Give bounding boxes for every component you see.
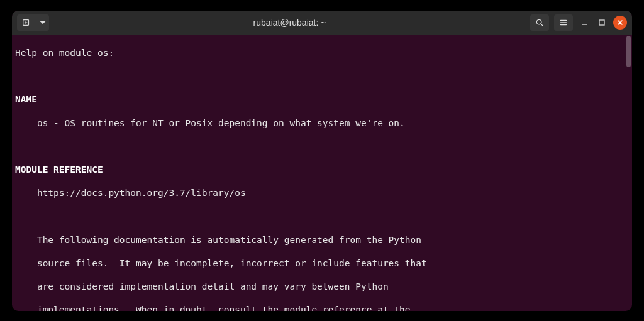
modref-text: implementations. When in doubt, consult … bbox=[37, 304, 629, 310]
terminal-body[interactable]: Help on module os: NAME os - OS routines… bbox=[12, 35, 632, 311]
module-reference-url: https://docs.python.org/3.7/library/os bbox=[37, 187, 629, 199]
close-button[interactable] bbox=[613, 16, 627, 30]
modref-text: The following documentation is automatic… bbox=[37, 234, 629, 246]
scrollbar-thumb[interactable] bbox=[626, 36, 631, 67]
window-title: rubaiat@rubaiat: ~ bbox=[49, 18, 530, 28]
svg-rect-2 bbox=[599, 20, 604, 25]
new-tab-group bbox=[17, 14, 49, 31]
modref-text: source files. It may be incomplete, inco… bbox=[37, 258, 629, 269]
maximize-button[interactable] bbox=[596, 16, 608, 29]
help-header: Help on module os: bbox=[15, 47, 629, 59]
new-tab-button[interactable] bbox=[17, 14, 36, 31]
modref-text: are considered implementation detail and… bbox=[37, 281, 629, 293]
new-tab-dropdown[interactable] bbox=[36, 14, 49, 31]
minimize-button[interactable] bbox=[578, 16, 591, 29]
search-button[interactable] bbox=[530, 14, 549, 31]
menu-button[interactable] bbox=[554, 14, 573, 31]
titlebar: rubaiat@rubaiat: ~ bbox=[12, 11, 632, 35]
section-module-reference: MODULE REFERENCE bbox=[15, 164, 629, 176]
terminal-window: rubaiat@rubaiat: ~ Help on module os: NA… bbox=[12, 11, 632, 311]
section-name: NAME bbox=[15, 94, 629, 106]
name-line: os - OS routines for NT or Posix dependi… bbox=[37, 117, 629, 129]
